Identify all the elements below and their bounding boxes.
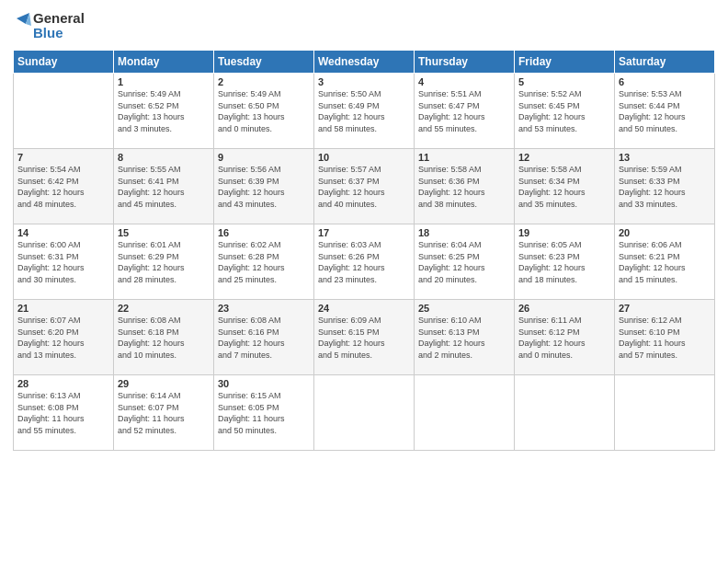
day-info: Sunrise: 6:00 AMSunset: 6:31 PMDaylight:… <box>17 239 109 285</box>
day-number: 30 <box>218 378 310 389</box>
day-number: 6 <box>619 76 711 87</box>
day-number: 2 <box>218 76 310 87</box>
calendar-cell: 15Sunrise: 6:01 AMSunset: 6:29 PMDayligh… <box>114 224 214 300</box>
day-number: 27 <box>619 303 711 314</box>
day-info: Sunrise: 6:01 AMSunset: 6:29 PMDaylight:… <box>118 239 210 285</box>
calendar-cell: 8Sunrise: 5:55 AMSunset: 6:41 PMDaylight… <box>114 149 214 224</box>
day-number: 13 <box>619 152 711 163</box>
col-header-wednesday: Wednesday <box>314 51 415 74</box>
calendar-cell: 12Sunrise: 5:58 AMSunset: 6:34 PMDayligh… <box>515 149 615 224</box>
calendar-cell: 18Sunrise: 6:04 AMSunset: 6:25 PMDayligh… <box>415 224 515 300</box>
col-header-tuesday: Tuesday <box>214 51 314 74</box>
day-number: 22 <box>118 303 210 314</box>
col-header-sunday: Sunday <box>14 51 114 74</box>
day-number: 18 <box>418 227 510 238</box>
day-number: 5 <box>518 76 610 87</box>
day-info: Sunrise: 6:13 AMSunset: 6:08 PMDaylight:… <box>17 390 109 436</box>
calendar-cell: 7Sunrise: 5:54 AMSunset: 6:42 PMDaylight… <box>14 149 114 224</box>
logo-bird-icon <box>13 9 31 42</box>
calendar-cell <box>615 375 715 451</box>
col-header-friday: Friday <box>515 51 615 74</box>
calendar-cell: 14Sunrise: 6:00 AMSunset: 6:31 PMDayligh… <box>14 224 114 300</box>
day-number: 20 <box>619 227 711 238</box>
calendar-cell <box>515 375 615 451</box>
calendar-cell: 28Sunrise: 6:13 AMSunset: 6:08 PMDayligh… <box>14 375 114 451</box>
calendar-cell <box>415 375 515 451</box>
calendar-cell <box>14 74 114 149</box>
calendar-cell: 27Sunrise: 6:12 AMSunset: 6:10 PMDayligh… <box>615 300 715 375</box>
day-info: Sunrise: 6:07 AMSunset: 6:20 PMDaylight:… <box>17 315 109 361</box>
day-number: 19 <box>518 227 610 238</box>
day-info: Sunrise: 6:08 AMSunset: 6:18 PMDaylight:… <box>118 315 210 361</box>
day-info: Sunrise: 5:56 AMSunset: 6:39 PMDaylight:… <box>218 164 310 210</box>
calendar-cell: 22Sunrise: 6:08 AMSunset: 6:18 PMDayligh… <box>114 300 214 375</box>
calendar-cell: 13Sunrise: 5:59 AMSunset: 6:33 PMDayligh… <box>615 149 715 224</box>
calendar-cell: 2Sunrise: 5:49 AMSunset: 6:50 PMDaylight… <box>214 74 314 149</box>
header: General Blue <box>13 9 715 42</box>
day-info: Sunrise: 6:02 AMSunset: 6:28 PMDaylight:… <box>218 239 310 285</box>
day-info: Sunrise: 5:58 AMSunset: 6:34 PMDaylight:… <box>518 164 610 210</box>
calendar-cell: 20Sunrise: 6:06 AMSunset: 6:21 PMDayligh… <box>615 224 715 300</box>
day-info: Sunrise: 5:57 AMSunset: 6:37 PMDaylight:… <box>318 164 410 210</box>
week-row-1: 1Sunrise: 5:49 AMSunset: 6:52 PMDaylight… <box>14 74 715 149</box>
day-number: 7 <box>17 152 109 163</box>
day-info: Sunrise: 6:15 AMSunset: 6:05 PMDaylight:… <box>218 390 310 436</box>
day-number: 10 <box>318 152 410 163</box>
day-number: 8 <box>118 152 210 163</box>
week-row-2: 7Sunrise: 5:54 AMSunset: 6:42 PMDaylight… <box>14 149 715 224</box>
day-info: Sunrise: 5:59 AMSunset: 6:33 PMDaylight:… <box>619 164 711 210</box>
day-info: Sunrise: 5:58 AMSunset: 6:36 PMDaylight:… <box>418 164 510 210</box>
week-row-4: 21Sunrise: 6:07 AMSunset: 6:20 PMDayligh… <box>14 300 715 375</box>
calendar-cell: 3Sunrise: 5:50 AMSunset: 6:49 PMDaylight… <box>314 74 415 149</box>
day-info: Sunrise: 5:51 AMSunset: 6:47 PMDaylight:… <box>418 88 510 134</box>
calendar-cell: 17Sunrise: 6:03 AMSunset: 6:26 PMDayligh… <box>314 224 415 300</box>
day-number: 11 <box>418 152 510 163</box>
page: General Blue SundayMondayTuesdayWednesda… <box>0 0 728 563</box>
day-number: 4 <box>418 76 510 87</box>
day-info: Sunrise: 6:03 AMSunset: 6:26 PMDaylight:… <box>318 239 410 285</box>
day-number: 21 <box>17 303 109 314</box>
calendar-cell: 23Sunrise: 6:08 AMSunset: 6:16 PMDayligh… <box>214 300 314 375</box>
day-info: Sunrise: 6:04 AMSunset: 6:25 PMDaylight:… <box>418 239 510 285</box>
col-header-thursday: Thursday <box>415 51 515 74</box>
calendar-cell: 1Sunrise: 5:49 AMSunset: 6:52 PMDaylight… <box>114 74 214 149</box>
calendar-table: SundayMondayTuesdayWednesdayThursdayFrid… <box>13 50 715 451</box>
calendar-cell: 4Sunrise: 5:51 AMSunset: 6:47 PMDaylight… <box>415 74 515 149</box>
day-number: 3 <box>318 76 410 87</box>
day-number: 23 <box>218 303 310 314</box>
day-number: 28 <box>17 378 109 389</box>
calendar-cell: 26Sunrise: 6:11 AMSunset: 6:12 PMDayligh… <box>515 300 615 375</box>
day-number: 29 <box>118 378 210 389</box>
calendar-cell: 11Sunrise: 5:58 AMSunset: 6:36 PMDayligh… <box>415 149 515 224</box>
logo-container: General Blue <box>13 9 85 42</box>
calendar-cell: 29Sunrise: 6:14 AMSunset: 6:07 PMDayligh… <box>114 375 214 451</box>
day-info: Sunrise: 6:11 AMSunset: 6:12 PMDaylight:… <box>518 315 610 361</box>
day-info: Sunrise: 6:12 AMSunset: 6:10 PMDaylight:… <box>619 315 711 361</box>
day-info: Sunrise: 6:06 AMSunset: 6:21 PMDaylight:… <box>619 239 711 285</box>
day-info: Sunrise: 6:08 AMSunset: 6:16 PMDaylight:… <box>218 315 310 361</box>
calendar-cell: 16Sunrise: 6:02 AMSunset: 6:28 PMDayligh… <box>214 224 314 300</box>
day-number: 26 <box>518 303 610 314</box>
calendar-cell: 30Sunrise: 6:15 AMSunset: 6:05 PMDayligh… <box>214 375 314 451</box>
calendar-cell: 19Sunrise: 6:05 AMSunset: 6:23 PMDayligh… <box>515 224 615 300</box>
day-number: 24 <box>318 303 410 314</box>
day-number: 9 <box>218 152 310 163</box>
calendar-cell: 10Sunrise: 5:57 AMSunset: 6:37 PMDayligh… <box>314 149 415 224</box>
logo-line1: General <box>33 11 85 27</box>
calendar-cell: 24Sunrise: 6:09 AMSunset: 6:15 PMDayligh… <box>314 300 415 375</box>
calendar-cell: 5Sunrise: 5:52 AMSunset: 6:45 PMDaylight… <box>515 74 615 149</box>
day-info: Sunrise: 5:52 AMSunset: 6:45 PMDaylight:… <box>518 88 610 134</box>
day-info: Sunrise: 5:55 AMSunset: 6:41 PMDaylight:… <box>118 164 210 210</box>
day-info: Sunrise: 6:14 AMSunset: 6:07 PMDaylight:… <box>118 390 210 436</box>
calendar-cell: 21Sunrise: 6:07 AMSunset: 6:20 PMDayligh… <box>14 300 114 375</box>
col-header-monday: Monday <box>114 51 214 74</box>
day-info: Sunrise: 5:49 AMSunset: 6:50 PMDaylight:… <box>218 88 310 134</box>
logo-line2: Blue <box>33 26 85 41</box>
day-info: Sunrise: 6:10 AMSunset: 6:13 PMDaylight:… <box>418 315 510 361</box>
calendar-cell <box>314 375 415 451</box>
day-info: Sunrise: 6:05 AMSunset: 6:23 PMDaylight:… <box>518 239 610 285</box>
calendar-cell: 6Sunrise: 5:53 AMSunset: 6:44 PMDaylight… <box>615 74 715 149</box>
day-number: 15 <box>118 227 210 238</box>
calendar-cell: 9Sunrise: 5:56 AMSunset: 6:39 PMDaylight… <box>214 149 314 224</box>
logo: General Blue <box>13 9 85 42</box>
